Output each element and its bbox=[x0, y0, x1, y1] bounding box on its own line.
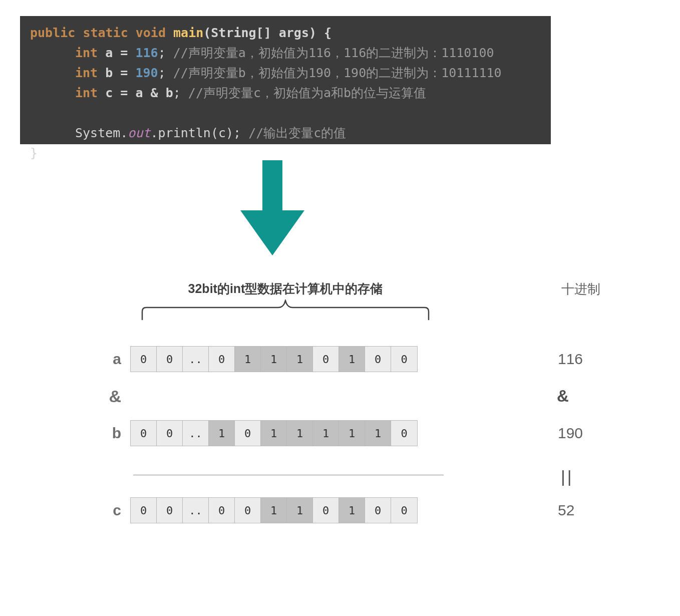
bit-cell: 0 bbox=[157, 498, 183, 523]
bit-cell: 1 bbox=[287, 498, 313, 523]
row-c-dec: 52 bbox=[418, 502, 680, 519]
row-op-dec: & bbox=[417, 387, 680, 406]
code-line-2: int a = 116; //声明变量a，初始值为116，116的二进制为：11… bbox=[30, 43, 541, 63]
bit-cell: 0 bbox=[157, 421, 183, 446]
row-a-label: a bbox=[0, 351, 130, 368]
bit-cell: 0 bbox=[131, 347, 157, 372]
bit-cell: 0 bbox=[365, 498, 391, 523]
bit-cell: 1 bbox=[261, 347, 287, 372]
divider-line bbox=[133, 475, 444, 475]
row-b: b 00..10111110 190 bbox=[0, 420, 680, 447]
row-op: & & bbox=[0, 383, 680, 410]
divider-row: || bbox=[0, 462, 680, 487]
bit-cell: 1 bbox=[365, 421, 391, 446]
bit-cell: 1 bbox=[235, 347, 261, 372]
bit-cell: 0 bbox=[131, 421, 157, 446]
bit-cell: .. bbox=[183, 347, 209, 372]
bit-cell: 1 bbox=[209, 421, 235, 446]
arrow-down-icon bbox=[240, 160, 304, 255]
bit-cell: 0 bbox=[235, 421, 261, 446]
code-line-3: int b = 190; //声明变量b，初始值为190，190的二进制为：10… bbox=[30, 63, 541, 83]
row-c-bits: 00..00110100 bbox=[130, 497, 418, 523]
row-b-bits: 00..10111110 bbox=[130, 420, 418, 446]
bit-cell: .. bbox=[183, 421, 209, 446]
bit-cell: 1 bbox=[339, 347, 365, 372]
row-c-label: c bbox=[0, 502, 130, 519]
bit-cell: 0 bbox=[131, 498, 157, 523]
bit-cell: 0 bbox=[209, 498, 235, 523]
bit-cell: 0 bbox=[391, 347, 417, 372]
bit-cell: 1 bbox=[287, 421, 313, 446]
code-block: public static void main(String[] args) {… bbox=[20, 16, 551, 144]
bit-cell: 1 bbox=[339, 498, 365, 523]
bit-cell: .. bbox=[183, 498, 209, 523]
row-b-label: b bbox=[0, 425, 130, 442]
bit-cell: 1 bbox=[261, 421, 287, 446]
bit-cell: 1 bbox=[339, 421, 365, 446]
bit-cell: 1 bbox=[287, 347, 313, 372]
row-b-dec: 190 bbox=[418, 425, 680, 442]
code-line-1: public static void main(String[] args) { bbox=[30, 23, 541, 43]
brace-label: 32bit的int型数据在计算机中的存储 bbox=[140, 280, 431, 297]
decimal-header: 十进制 bbox=[551, 280, 611, 298]
row-c: c 00..00110100 52 bbox=[0, 497, 680, 524]
equals-symbol: || bbox=[561, 467, 574, 486]
row-a-dec: 116 bbox=[418, 351, 680, 368]
bit-cell: 0 bbox=[235, 498, 261, 523]
bit-cell: 0 bbox=[365, 347, 391, 372]
row-op-label: & bbox=[0, 387, 130, 406]
bit-cell: 0 bbox=[391, 498, 417, 523]
diagram-header: 32bit的int型数据在计算机中的存储 十进制 bbox=[0, 280, 680, 321]
row-a-bits: 00..01110100 bbox=[130, 346, 418, 372]
bit-cell: 1 bbox=[313, 421, 339, 446]
bit-cell: 0 bbox=[313, 347, 339, 372]
bit-cell: 0 bbox=[313, 498, 339, 523]
code-line-4: int c = a & b; //声明变量c，初始值为a和b的位与运算值 bbox=[30, 83, 541, 103]
row-a: a 00..01110100 116 bbox=[0, 346, 680, 373]
bit-cell: 0 bbox=[209, 347, 235, 372]
bit-diagram: 32bit的int型数据在计算机中的存储 十进制 a 00..01110100 … bbox=[0, 280, 680, 524]
code-line-5: System.out.println(c); //输出变量c的值 bbox=[30, 123, 541, 143]
bit-cell: 0 bbox=[391, 421, 417, 446]
code-line-blank bbox=[30, 103, 541, 123]
brace-icon bbox=[140, 299, 431, 322]
bit-cell: 1 bbox=[261, 498, 287, 523]
bit-cell: 0 bbox=[157, 347, 183, 372]
